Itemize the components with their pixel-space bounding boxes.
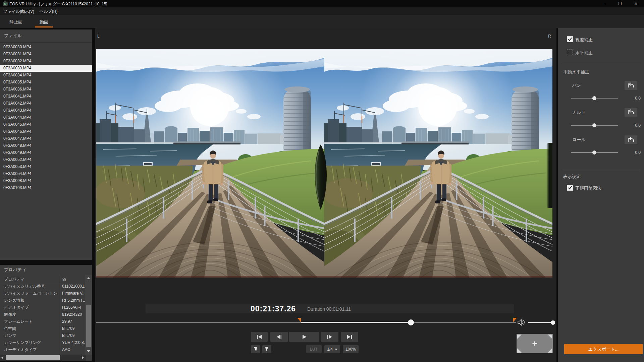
file-list-item[interactable]: 0F3A0048.MP4: [0, 142, 92, 149]
check-icon: [568, 185, 572, 190]
restore-button[interactable]: ❐: [612, 0, 627, 7]
previous-frame-button[interactable]: [270, 332, 288, 342]
minimize-button[interactable]: –: [598, 0, 612, 7]
skip-to-start-button[interactable]: [251, 332, 268, 342]
scroll-down-icon[interactable]: [87, 350, 90, 352]
tab-movie[interactable]: 動画: [35, 18, 53, 27]
close-button[interactable]: ✕: [629, 0, 643, 7]
play-button[interactable]: [289, 332, 319, 342]
file-list-item[interactable]: 0F3A0034.MP4: [0, 72, 92, 79]
set-in-point-button[interactable]: [251, 345, 260, 353]
file-list-item[interactable]: 0F3A0103.MP4: [0, 184, 92, 191]
skip-end-icon: [346, 335, 353, 339]
file-list-item[interactable]: 0F3A0054.MP4: [0, 170, 92, 177]
reset-icon: [627, 137, 635, 143]
skip-to-end-button[interactable]: [341, 332, 358, 342]
property-row: オーディオタイプAAC: [0, 346, 85, 353]
vr-preview-left-eye: [96, 49, 324, 278]
properties-horizontal-scrollbar[interactable]: [0, 355, 86, 361]
file-list-item[interactable]: 0F3A0030.MP4: [0, 44, 92, 51]
horizontal-correction-label: 水平補正: [575, 50, 593, 56]
properties-header: プロパティ 値: [0, 275, 85, 283]
parallax-correction-checkbox[interactable]: [567, 36, 573, 42]
zoom-level-select[interactable]: 100%: [343, 345, 359, 353]
in-point-icon: [254, 347, 257, 352]
vr-stereo-preview[interactable]: [96, 49, 552, 278]
lens-reflection-artifact: [311, 144, 330, 210]
property-row: レンズ情報RF5.2mm F...: [0, 297, 85, 304]
file-list-item[interactable]: 0F3A0043.MP4: [0, 107, 92, 114]
zoom-level-value: 100%: [345, 347, 356, 352]
chevron-down-icon: [335, 349, 337, 350]
corner-mark-icon: [548, 348, 552, 353]
title-bar: EOS VR Utility - [フォルダー:G:¥211015¥2021_1…: [0, 0, 644, 7]
tilt-reset-button[interactable]: [625, 108, 637, 117]
horizontal-correction-checkbox[interactable]: [567, 49, 573, 55]
right-eye-label: R: [548, 34, 551, 39]
property-row: フレームレート29.97: [0, 318, 85, 325]
play-icon: [301, 335, 308, 339]
playback-speed-select[interactable]: 1/4: [324, 345, 340, 353]
menu-help[interactable]: ヘルプ(H): [38, 9, 60, 14]
scroll-left-icon[interactable]: [1, 356, 3, 359]
set-out-point-button[interactable]: [262, 345, 271, 353]
file-list-item[interactable]: 0F3A0031.MP4: [0, 51, 92, 58]
property-row: デバイスシリアル番号0110210001...: [0, 283, 85, 290]
file-list-item[interactable]: 0F3A0035.MP4: [0, 79, 92, 86]
playback-speed-value: 1/4: [327, 347, 333, 352]
volume-thumb[interactable]: [551, 320, 555, 325]
file-list-item[interactable]: 0F3A0052.MP4: [0, 156, 92, 163]
magnifier-navigator[interactable]: [517, 334, 553, 353]
horizontal-scroll-thumb[interactable]: [6, 355, 60, 360]
properties-vertical-scrollbar[interactable]: [85, 275, 92, 355]
mode-tab-bar: 静止画 動画: [0, 15, 644, 28]
file-list-item[interactable]: 0F3A0053.MP4: [0, 163, 92, 170]
roll-slider-thumb[interactable]: [592, 150, 596, 155]
scroll-up-icon[interactable]: [87, 277, 90, 279]
file-list-item[interactable]: 0F3A0032.MP4: [0, 58, 92, 65]
property-row: 解像度8192x4320: [0, 311, 85, 318]
file-list-item[interactable]: 0F3A0044.MP4: [0, 114, 92, 121]
out-point-icon: [265, 347, 269, 352]
property-row: カラーサンプリングYUV 4:2:0 8...: [0, 339, 85, 346]
vertical-scroll-thumb[interactable]: [86, 305, 91, 347]
equirectangular-checkbox[interactable]: [567, 185, 573, 191]
properties-col-value: 値: [62, 277, 66, 282]
menu-bar: ファイル(F) 表示(V) ヘルプ(H): [0, 7, 644, 15]
duration-label: Duration 00:01:01.11: [307, 306, 351, 312]
scroll-right-icon[interactable]: [82, 356, 84, 359]
divider: [92, 28, 95, 362]
menu-view[interactable]: 表示(V): [19, 9, 36, 14]
timecode-bar: 00:21:37.26 Duration 00:01:01.11: [146, 304, 514, 313]
pan-reset-button[interactable]: [625, 81, 637, 90]
file-list-item[interactable]: 0F3A0046.MP4: [0, 128, 92, 135]
divider: [0, 260, 92, 265]
tab-still-image[interactable]: 静止画: [5, 18, 27, 26]
file-list-item-selected[interactable]: 0F3A0033.MP4: [0, 65, 92, 72]
display-settings-title: 表示設定: [563, 174, 581, 180]
roll-reset-button[interactable]: [625, 135, 637, 144]
export-button[interactable]: エクスポート...: [564, 344, 643, 354]
next-frame-button[interactable]: [321, 332, 338, 342]
playhead-thumb[interactable]: [408, 319, 414, 325]
volume-slider[interactable]: [528, 322, 554, 323]
file-list-item[interactable]: 0F3A0098.MP4: [0, 177, 92, 184]
skip-start-icon: [256, 335, 263, 339]
parallax-correction-label: 視差補正: [575, 37, 593, 43]
roll-label: ロール: [572, 137, 586, 143]
pan-value: 0.0: [629, 96, 641, 101]
tilt-slider-thumb[interactable]: [592, 123, 596, 127]
app-icon: [3, 1, 8, 6]
file-list-item[interactable]: 0F3A0041.MP4: [0, 93, 92, 100]
file-list-item[interactable]: 0F3A0049.MP4: [0, 149, 92, 156]
file-list-item[interactable]: 0F3A0036.MP4: [0, 86, 92, 93]
pan-slider-thumb[interactable]: [592, 96, 596, 100]
lens-edge-artifact: [546, 143, 552, 208]
file-list-item[interactable]: 0F3A0042.MP4: [0, 100, 92, 107]
file-list-item[interactable]: 0F3A0045.MP4: [0, 121, 92, 128]
divider: [0, 361, 92, 362]
lut-button[interactable]: LUT: [306, 345, 322, 353]
volume-icon[interactable]: [517, 318, 526, 326]
file-list-item[interactable]: 0F3A0047.MP4: [0, 135, 92, 142]
timeline-range[interactable]: [301, 322, 411, 323]
